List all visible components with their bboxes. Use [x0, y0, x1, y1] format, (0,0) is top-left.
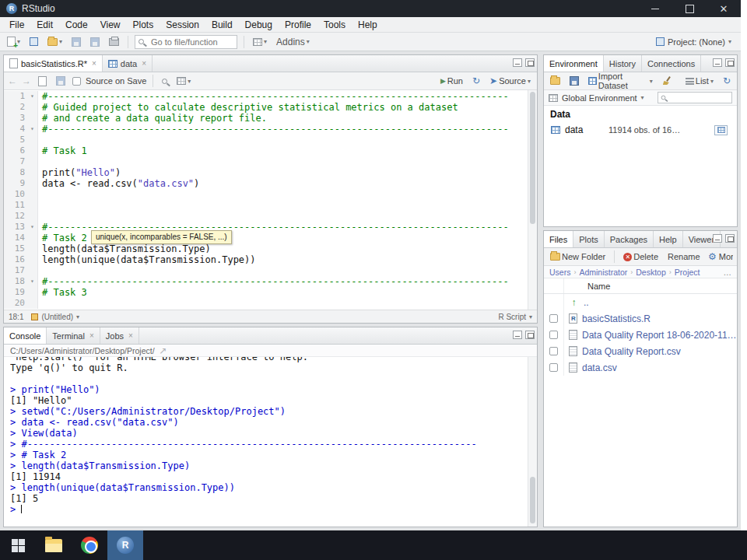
minimize-pane-button[interactable] — [713, 58, 722, 67]
list-view-button[interactable]: List▾ — [683, 75, 716, 86]
run-button[interactable]: ▶Run — [438, 75, 465, 86]
start-button[interactable] — [0, 530, 36, 560]
file-checkbox[interactable] — [549, 347, 558, 355]
rerun-button[interactable]: ↻ — [470, 75, 482, 87]
menu-plots[interactable]: Plots — [127, 17, 160, 33]
file-row[interactable]: data.csv — [544, 359, 737, 376]
code-line[interactable]: 20 — [4, 298, 528, 309]
breadcrumb-item[interactable]: Project — [675, 268, 700, 277]
environment-search-input[interactable] — [658, 92, 732, 103]
source-on-save-checkbox[interactable] — [72, 77, 81, 86]
breadcrumb-item[interactable]: Desktop — [636, 268, 666, 277]
code-line[interactable]: 16length(unique(data$Transmission.Type)) — [4, 254, 528, 265]
file-checkbox[interactable] — [549, 331, 558, 339]
close-tab-icon[interactable]: × — [92, 59, 96, 68]
tab-connections[interactable]: Connections — [642, 55, 701, 72]
new-file-button[interactable]: ▾ — [5, 36, 23, 47]
minimize-window-button[interactable] — [638, 0, 672, 17]
maximize-pane-button[interactable] — [525, 58, 535, 67]
addins-button[interactable]: Addins▾ — [274, 36, 312, 48]
code-editor[interactable]: 1▾#-------------------------------------… — [4, 90, 537, 310]
menu-code[interactable]: Code — [59, 17, 94, 33]
tab-console[interactable]: Console — [4, 327, 47, 344]
scrollbar-thumb[interactable] — [530, 477, 535, 523]
tab-packages[interactable]: Packages — [605, 231, 654, 247]
menu-debug[interactable]: Debug — [239, 17, 279, 33]
menu-help[interactable]: Help — [352, 17, 384, 33]
clear-environment-button[interactable] — [660, 75, 674, 86]
view-data-button[interactable] — [714, 125, 728, 135]
console-scrollbar[interactable] — [528, 357, 537, 527]
file-link[interactable]: Data Quality Report.csv — [582, 346, 681, 357]
file-checkbox[interactable] — [549, 314, 558, 323]
source-button[interactable]: ➤Source▾ — [487, 75, 533, 87]
close-tab-icon[interactable]: × — [89, 331, 94, 340]
file-checkbox[interactable] — [549, 363, 558, 372]
taskbar-chrome[interactable] — [72, 530, 107, 560]
save-button[interactable] — [69, 37, 83, 47]
filetype-selector[interactable]: R Script ▾ — [498, 313, 532, 321]
code-line[interactable]: 14# Task 2 — [4, 233, 528, 243]
file-row[interactable]: basicStatistics.R — [544, 310, 737, 327]
popout-button[interactable] — [36, 75, 49, 87]
code-line[interactable]: 19# Task 3 — [4, 287, 528, 298]
close-tab-icon[interactable]: × — [128, 331, 133, 340]
close-window-button[interactable]: ✕ — [707, 0, 741, 17]
file-row[interactable]: .. — [544, 294, 737, 310]
menu-file[interactable]: File — [3, 17, 30, 33]
tab-plots[interactable]: Plots — [573, 231, 604, 247]
scrollbar-thumb[interactable] — [530, 92, 535, 224]
new-project-button[interactable] — [27, 37, 40, 47]
code-line[interactable]: 15length(data$Transmission.Type) — [4, 243, 528, 254]
code-line[interactable]: 3# and create a data quality report file… — [4, 113, 528, 124]
minimize-pane-button[interactable] — [513, 331, 522, 339]
code-line[interactable]: 17 — [4, 265, 528, 276]
open-directory-icon[interactable]: ↗ — [160, 345, 167, 356]
tab-history[interactable]: History — [604, 55, 642, 72]
name-column-header[interactable]: Name — [564, 282, 610, 291]
goto-file-input[interactable] — [135, 35, 237, 49]
menu-profile[interactable]: Profile — [279, 17, 317, 33]
code-line[interactable]: 1▾#-------------------------------------… — [4, 91, 528, 102]
find-button[interactable] — [160, 78, 170, 85]
menu-tools[interactable]: Tools — [317, 17, 352, 33]
breadcrumb-item[interactable]: Administrator — [579, 268, 627, 277]
pane-layout-button[interactable]: ▾ — [251, 37, 269, 47]
back-button[interactable]: ← — [8, 75, 17, 86]
maximize-pane-button[interactable] — [725, 234, 735, 243]
scope-label[interactable]: Global Environment — [562, 93, 637, 103]
open-file-button[interactable]: ▾ — [45, 37, 65, 47]
tab-help[interactable]: Help — [654, 231, 683, 247]
code-line[interactable]: 11 — [4, 200, 528, 211]
save-workspace-button[interactable] — [567, 75, 581, 86]
file-link[interactable]: Data Quality Report 18-06-2020-11… — [582, 330, 737, 341]
minimize-pane-button[interactable] — [713, 234, 722, 243]
minimize-pane-button[interactable] — [513, 58, 522, 67]
new-folder-button[interactable]: New Folder — [548, 251, 608, 262]
import-dataset-button[interactable]: Import Dataset▾ — [586, 71, 655, 91]
tab-terminal[interactable]: Terminal× — [47, 327, 100, 344]
code-line[interactable]: 9data <- read.csv("data.csv") — [4, 178, 528, 189]
code-line[interactable]: 2# Guided project to calculate descripti… — [4, 102, 528, 113]
refresh-button[interactable]: ↻ — [721, 75, 733, 87]
file-row[interactable]: Data Quality Report 18-06-2020-11… — [544, 327, 737, 343]
tab-basicstatistics-r-[interactable]: basicStatistics.R*× — [4, 55, 103, 72]
environment-entry[interactable]: data11914 obs. of 16… — [544, 122, 737, 138]
file-link[interactable]: basicStatistics.R — [582, 313, 651, 324]
save-all-button[interactable] — [88, 37, 102, 47]
code-line[interactable]: 13▾#------------------------------------… — [4, 222, 528, 233]
code-line[interactable]: 18▾#------------------------------------… — [4, 276, 528, 287]
code-tools-button[interactable]: ▾ — [174, 76, 193, 86]
code-line[interactable]: 10 — [4, 189, 528, 200]
tab-data[interactable]: data× — [103, 55, 153, 72]
menu-session[interactable]: Session — [160, 17, 205, 33]
code-line[interactable]: 8print("Hello") — [4, 167, 528, 178]
tab-environment[interactable]: Environment — [544, 55, 604, 72]
tab-files[interactable]: Files — [544, 231, 573, 247]
section-navigator[interactable]: (Untitled) ▾ — [31, 313, 79, 321]
file-row[interactable]: Data Quality Report.csv — [544, 343, 737, 359]
menu-build[interactable]: Build — [205, 17, 239, 33]
print-button[interactable] — [107, 37, 121, 47]
taskbar-rstudio-active[interactable]: R — [107, 530, 143, 560]
editor-scrollbar[interactable] — [528, 90, 537, 310]
